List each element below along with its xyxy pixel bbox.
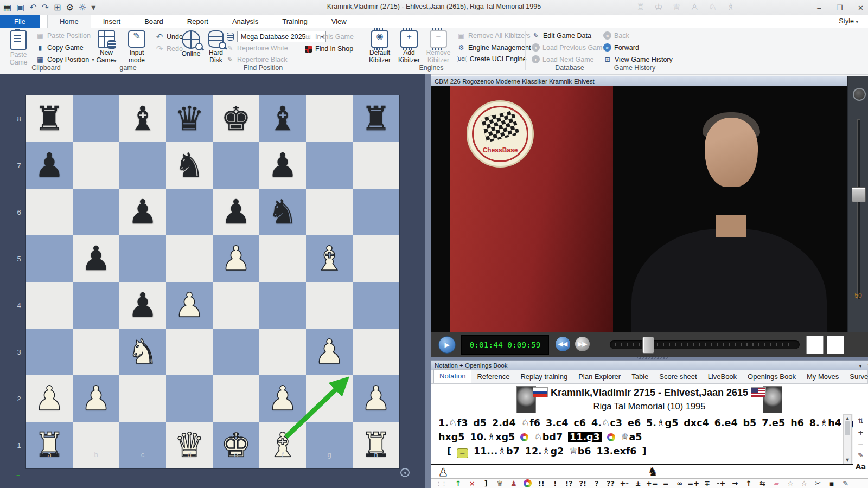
annotation-symbol-button[interactable]: ↑	[742, 480, 756, 487]
move-token[interactable]: 7.e5	[762, 418, 785, 428]
board-square-b5[interactable]: ♟	[73, 235, 119, 282]
piece-black-knight[interactable]: ♞	[267, 195, 298, 229]
ribbon-tab-insert[interactable]: Insert	[91, 15, 133, 28]
board-square-a8[interactable]: 8♜	[26, 95, 73, 142]
move-token[interactable]: 10.♗xg5	[470, 432, 515, 442]
annotation-symbol-button[interactable]: ▰	[770, 480, 784, 487]
move-token[interactable]: d5	[473, 418, 487, 428]
scroll-down-icon[interactable]: ▼	[844, 458, 851, 463]
board-square-f2[interactable]: ♟	[259, 375, 306, 422]
annotation-symbol-button[interactable]: ±	[631, 480, 646, 487]
piece-white-bishop[interactable]: ♝	[314, 242, 344, 275]
board-square-g8[interactable]	[306, 95, 353, 142]
piece-black-bishop[interactable]: ♝	[267, 102, 298, 136]
move-token[interactable]: c6	[573, 418, 586, 428]
board-square-c3[interactable]: ♞	[119, 329, 166, 375]
board-square-d8[interactable]: ♛	[166, 95, 213, 142]
board-square-h5[interactable]	[353, 235, 399, 282]
board-square-g1[interactable]	[306, 422, 353, 468]
annotation-symbol-button[interactable]: !	[548, 480, 563, 487]
seek-thumb[interactable]	[642, 337, 654, 354]
tab-plan-explorer[interactable]: Plan Explorer	[573, 370, 626, 383]
move-token[interactable]: ]	[642, 446, 646, 457]
annotation-symbol-button[interactable]: ∞	[673, 480, 687, 487]
board-square-g5[interactable]: ♝	[306, 235, 353, 282]
tab-livebook[interactable]: LiveBook	[703, 370, 742, 383]
repertoire-black-button[interactable]: ✎ Repertoire Black	[226, 55, 287, 64]
board-square-c1[interactable]	[119, 422, 166, 468]
board-square-e8[interactable]: ♚	[213, 95, 259, 142]
board-square-h6[interactable]	[353, 189, 399, 235]
annotation-symbol-button[interactable]: →	[728, 480, 742, 487]
piece-black-bishop[interactable]: ♝	[127, 102, 158, 136]
piece-black-pawn[interactable]: ♟	[34, 149, 65, 182]
annotation-symbol-button[interactable]: ♟	[507, 480, 521, 487]
tab-openings-book[interactable]: Openings Book	[742, 370, 801, 383]
board-square-g4[interactable]	[306, 282, 353, 329]
board-square-b7[interactable]	[73, 142, 119, 189]
engine-management-button[interactable]: ⚙ Engine Management	[457, 43, 531, 52]
board-square-g2[interactable]	[306, 375, 353, 422]
board-square-e5[interactable]: ♟	[213, 235, 259, 282]
in-this-game-button[interactable]: ⊞ In this Game	[304, 33, 354, 41]
ribbon-tab-board[interactable]: Board	[132, 15, 175, 28]
style-button[interactable]: Style ▾	[839, 17, 858, 25]
scroll-thumb[interactable]	[845, 421, 850, 435]
board-square-c5[interactable]	[119, 235, 166, 282]
annotation-symbol-button[interactable]: ??	[604, 480, 618, 487]
move-token[interactable]: e6	[628, 418, 641, 428]
annotation-symbol-button[interactable]: ×	[465, 480, 480, 487]
annotation-symbol-button[interactable]: ☆	[797, 480, 812, 487]
annotation-symbol-button[interactable]: ]	[479, 480, 493, 487]
annotation-symbol-button[interactable]: !?	[562, 480, 576, 487]
piece-white-pawn[interactable]: ♟	[34, 382, 65, 415]
board-setup-icon[interactable]: ⊞	[54, 3, 61, 12]
copy-game-button[interactable]: ▮ Copy Game	[36, 43, 84, 52]
board-square-c8[interactable]: ♝	[119, 95, 166, 142]
tab-my-moves[interactable]: My Moves	[801, 370, 844, 383]
board-square-f8[interactable]: ♝	[259, 95, 306, 142]
piece-white-knight[interactable]: ♞	[127, 335, 158, 369]
scroll-moves-icon[interactable]: ⇅	[858, 418, 864, 425]
board-square-a5[interactable]: 5	[26, 235, 73, 282]
board-square-h2[interactable]: ♟	[353, 375, 399, 422]
board-square-f3[interactable]	[259, 329, 306, 375]
board-square-f4[interactable]	[259, 282, 306, 329]
board-square-c2[interactable]	[119, 375, 166, 422]
new-game-button[interactable]: New Game▾	[92, 30, 120, 65]
board-square-c6[interactable]: ♟	[119, 189, 166, 235]
move-token[interactable]: 3.c4	[546, 418, 568, 428]
add-kibitzer-button[interactable]: ＋ Add Kibitzer	[395, 30, 423, 65]
board-square-d2[interactable]	[166, 375, 213, 422]
board-square-e3[interactable]	[213, 329, 259, 375]
annotation-symbol-button[interactable]	[521, 479, 535, 487]
annotation-symbol-button[interactable]: ↑	[451, 480, 465, 487]
piece-white-pawn[interactable]: ♟	[174, 288, 205, 322]
piece-black-rook[interactable]: ♜	[361, 102, 391, 136]
move-token[interactable]: [	[447, 446, 451, 457]
annotation-symbol-button[interactable]: =+	[687, 480, 701, 487]
close-button[interactable]: ✕	[858, 4, 864, 12]
piece-black-pawn[interactable]: ♟	[221, 195, 251, 229]
board-square-d1[interactable]: ♛	[166, 422, 213, 468]
notation-moves[interactable]: 1.♘f3d52.d4♘f63.c4c64.♘c3e65.♗g5dxc46.e4…	[431, 414, 843, 464]
board-square-a1[interactable]: 1♜	[26, 422, 73, 468]
video-panel-titlebar[interactable]: CBM 226 Rogozenco Moderne Klassiker Kram…	[431, 76, 868, 87]
annotation-symbol-button[interactable]: ✎	[839, 480, 853, 487]
board-square-d6[interactable]	[166, 189, 213, 235]
move-token[interactable]: ♘bd7	[534, 432, 563, 442]
copy-position-button[interactable]: ▦ Copy Position ▾	[36, 55, 94, 64]
move-token[interactable]: ♘f6	[521, 418, 540, 428]
edit-game-data-button[interactable]: ✎ Edit Game Data	[532, 31, 591, 40]
move-token[interactable]: 6.e4	[714, 418, 738, 428]
board-square-d5[interactable]	[166, 235, 213, 282]
piece-black-pawn[interactable]: ♟	[127, 195, 158, 229]
piece-black-pawn[interactable]: ♟	[127, 288, 158, 322]
volume-track[interactable]	[857, 119, 860, 299]
board-square-f1[interactable]: ♝	[259, 422, 306, 468]
move-token[interactable]: b5	[743, 418, 757, 428]
board-square-h7[interactable]	[353, 142, 399, 189]
board-square-g3[interactable]: ♟	[306, 329, 353, 375]
default-kibitzer-button[interactable]: ◉ Default Kibitzer	[366, 30, 394, 65]
board-square-b4[interactable]	[73, 282, 119, 329]
